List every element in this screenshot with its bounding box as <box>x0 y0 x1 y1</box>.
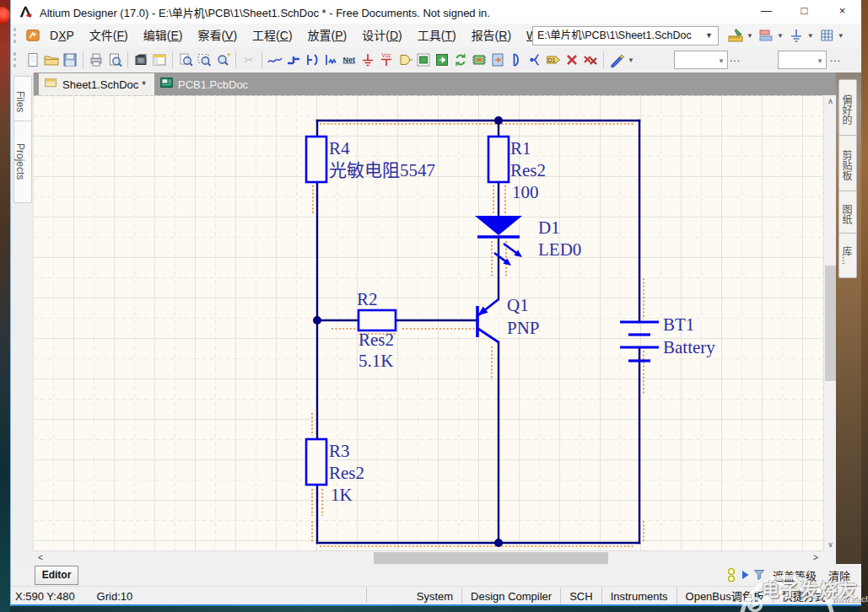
scroll-up-icon[interactable]: ∧ <box>824 95 837 107</box>
more-button-2[interactable]: ... <box>830 52 841 64</box>
place-harness-connector-button[interactable] <box>507 50 526 70</box>
delete-object-button[interactable] <box>563 50 581 70</box>
label-R4[interactable]: R4 <box>329 138 350 158</box>
minimize-button[interactable]: — <box>747 0 785 24</box>
right-panel-tab-1[interactable]: 剪贴板 <box>838 135 857 196</box>
print-button[interactable] <box>87 50 105 70</box>
place-bus-button[interactable] <box>284 50 303 70</box>
toolbar-combo-2[interactable]: ▼ <box>778 51 827 69</box>
horizontal-scrollbar[interactable]: < > <box>33 550 823 565</box>
label-R1[interactable]: R1 <box>510 138 531 158</box>
clear-button[interactable]: 清除 <box>822 567 856 583</box>
label-R1[interactable]: 100 <box>512 182 539 202</box>
menu-item-1[interactable]: 文件(F) <box>82 24 136 47</box>
chevron-down-icon[interactable]: ▼ <box>805 32 817 40</box>
horizontal-scroll-thumb[interactable] <box>374 552 608 564</box>
status-panel-2[interactable]: SCH <box>560 588 601 605</box>
place-bus-entry-button[interactable] <box>321 50 340 70</box>
label-R3[interactable]: R3 <box>329 441 350 461</box>
place-port-button[interactable]: D1 <box>544 50 563 70</box>
schematic-canvas[interactable]: R4光敏电阻5547R1Res2100R2Res25.1KR3Res21KD1L… <box>33 95 823 550</box>
place-vcc-power-port-button[interactable]: Vcc <box>377 50 396 70</box>
wire-junction[interactable] <box>313 316 321 325</box>
workspace-panels-button[interactable] <box>150 50 169 70</box>
menu-item-5[interactable]: 放置(P) <box>300 24 355 47</box>
place-harness-entry-button[interactable] <box>526 50 544 70</box>
menu-item-6[interactable]: 设计(D) <box>354 24 409 47</box>
label-R2[interactable]: R2 <box>357 289 378 309</box>
selection-dots-icon[interactable] <box>727 566 737 583</box>
label-BT1[interactable]: Battery <box>663 337 715 357</box>
scroll-down-icon[interactable]: ∨ <box>824 539 837 550</box>
chevron-down-icon[interactable]: ▼ <box>700 27 718 45</box>
place-sheet-entry-button[interactable] <box>433 50 451 70</box>
menu-item-0[interactable]: DXP <box>42 24 82 47</box>
status-panel-6[interactable]: » <box>834 588 858 605</box>
label-D1[interactable]: D1 <box>538 217 560 238</box>
place-part-button[interactable] <box>396 50 414 70</box>
editor-tab[interactable]: Editor <box>35 566 78 585</box>
delete-objects-button[interactable] <box>581 50 600 70</box>
toolbar-grip[interactable] <box>13 28 19 43</box>
chevron-down-icon[interactable]: ▼ <box>744 32 756 40</box>
menu-item-7[interactable]: 工具(T) <box>410 24 464 47</box>
status-panel-5[interactable]: 快捷方式 <box>773 588 834 605</box>
status-panel-4[interactable]: OpenBus调色板 <box>677 588 773 605</box>
more-button-1[interactable]: ... <box>730 52 741 64</box>
play-icon[interactable] <box>741 569 750 581</box>
document-selector[interactable]: E:\单片机\PCB\1\Sheet1.SchDoc ▼ <box>532 26 719 46</box>
vertical-scroll-thumb[interactable] <box>825 266 837 381</box>
menu-item-2[interactable]: 编辑(E) <box>136 24 191 47</box>
chevron-down-icon[interactable]: ▼ <box>835 32 847 40</box>
save-document-button[interactable] <box>61 50 79 70</box>
grid-settings-button[interactable]: ▼ <box>817 25 848 46</box>
label-R3[interactable]: Res2 <box>329 463 364 483</box>
label-R2[interactable]: 5.1K <box>359 351 393 371</box>
label-BT1[interactable]: BT1 <box>663 314 694 335</box>
toolbar-combo-1[interactable]: ▼ <box>674 51 728 69</box>
place-wire-button[interactable] <box>266 50 284 70</box>
wire-junction[interactable] <box>494 116 503 125</box>
menu-item-8[interactable]: 报告(R) <box>464 24 519 47</box>
zoom-document-button[interactable] <box>176 50 195 70</box>
print-preview-button[interactable] <box>105 50 124 70</box>
chevron-down-icon[interactable]: ▼ <box>625 56 637 64</box>
update-to-pcb-button[interactable] <box>451 50 470 70</box>
label-Q1[interactable]: Q1 <box>507 295 529 315</box>
close-button[interactable]: × <box>823 0 861 24</box>
mask-level-button[interactable]: 遮盖等级 <box>767 567 822 583</box>
doc-tab-1[interactable]: PCB1.PcbDoc <box>154 73 256 95</box>
label-D1[interactable]: LED0 <box>538 239 581 260</box>
chevron-down-icon[interactable]: ▼ <box>774 32 786 40</box>
cut-button[interactable]: ✂ <box>240 50 258 70</box>
zoom-selection-button[interactable] <box>213 50 232 70</box>
place-signal-harness-button[interactable] <box>303 50 321 70</box>
toolbar-grip[interactable] <box>13 52 19 67</box>
label-R4[interactable]: 光敏电阻5547 <box>329 160 435 180</box>
chevron-down-icon[interactable]: ▼ <box>817 57 823 65</box>
power-sources-button[interactable]: ▼ <box>787 25 817 46</box>
zoom-area-button[interactable] <box>195 50 213 70</box>
label-R2[interactable]: Res2 <box>359 330 394 350</box>
new-document-button[interactable] <box>24 50 42 70</box>
place-gnd-power-port-button[interactable] <box>359 50 377 70</box>
doc-tab-0[interactable]: Sheet1.SchDoc * <box>39 73 154 95</box>
scroll-left-icon[interactable]: < <box>35 551 46 564</box>
status-panel-1[interactable]: Design Compiler <box>461 588 560 605</box>
maximize-button[interactable]: □ <box>785 0 823 24</box>
place-sheet-symbol-button[interactable] <box>414 50 433 70</box>
right-panel-tab-0[interactable]: 偏好的 <box>838 79 857 140</box>
label-R3[interactable]: 1K <box>331 485 353 505</box>
right-panel-tab-2[interactable]: 图纸 <box>838 191 857 238</box>
chevron-down-icon[interactable]: ▼ <box>718 57 725 65</box>
open-document-button[interactable] <box>42 50 61 70</box>
menu-item-4[interactable]: 工程(C) <box>245 24 299 47</box>
alignment-button[interactable]: ▼ <box>757 25 787 46</box>
place-net-label-button[interactable]: Net <box>340 50 359 70</box>
line-color-button[interactable]: ▼ <box>607 50 638 70</box>
label-Q1[interactable]: PNP <box>507 318 540 338</box>
label-R1[interactable]: Res2 <box>510 160 546 180</box>
status-panel-0[interactable]: System <box>408 588 461 605</box>
menu-item-3[interactable]: 察看(V) <box>190 24 245 47</box>
filter-icon[interactable] <box>753 569 765 581</box>
